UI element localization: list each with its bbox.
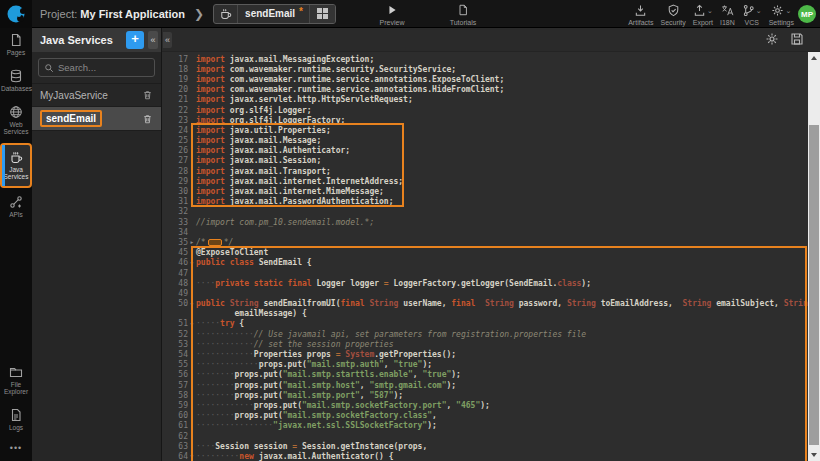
search-box[interactable] — [38, 58, 155, 77]
code-text: @ExposeToClient — [196, 248, 268, 257]
sidebar-item-apis[interactable]: APIs — [0, 190, 32, 224]
code-line[interactable]: 23import org.slf4j.LoggerFactory; — [162, 115, 808, 125]
code-line[interactable]: 30import javax.mail.internet.MimeMessage… — [162, 186, 808, 196]
code-line[interactable]: 18import com.wavemaker.runtime.security.… — [162, 64, 808, 74]
code-line[interactable]: 35▸/**/ — [162, 237, 808, 247]
code-line[interactable]: 34 — [162, 227, 808, 237]
preview-button[interactable]: Preview — [372, 4, 412, 26]
code-line[interactable]: 55·············props.put("mail.smtp.auth… — [162, 360, 808, 370]
fold-marker[interactable]: ▸ — [188, 239, 196, 245]
vcs-button[interactable]: ⌄ VCS — [742, 4, 762, 26]
fold-marker[interactable]: ▾ — [188, 260, 196, 266]
sidebar-item-web-services[interactable]: Web Services — [0, 100, 32, 141]
security-button[interactable]: Security — [661, 4, 686, 26]
sidebar-item-java-services[interactable]: Java Services — [0, 143, 32, 188]
code-line[interactable]: 20import com.wavemaker.runtime.service.a… — [162, 85, 808, 95]
code-text: ················"javax.net.ssl.SSLSocket… — [196, 421, 437, 430]
collapse-panel-tab[interactable]: « — [163, 32, 172, 48]
fold-marker[interactable]: ▾ — [188, 321, 196, 327]
code-token: //import com.pm_10.sendemail.model.*; — [196, 218, 374, 227]
sidebar-item-logs[interactable]: Logs — [0, 403, 32, 437]
shield-icon — [667, 4, 680, 17]
code-line[interactable]: 62 — [162, 431, 808, 441]
code-line[interactable]: 60········props.put("mail.smtp.socketFac… — [162, 411, 808, 421]
code-line[interactable]: 26import javax.mail.Authenticator; — [162, 146, 808, 156]
code-token: org.slf4j.LoggerFactory; — [230, 116, 346, 125]
service-item-myjavaservice[interactable]: MyJavaService — [32, 84, 161, 107]
code-line[interactable]: 45@ExposeToClient — [162, 248, 808, 258]
editor-settings-gear-icon[interactable] — [765, 32, 779, 46]
code-line[interactable]: 47 — [162, 268, 808, 278]
code-line[interactable]: 50▾public String sendEmailfromUI(final S… — [162, 299, 808, 309]
code-token: ············ — [196, 340, 254, 349]
scroll-down-button[interactable] — [808, 449, 820, 461]
folded-region-chip[interactable] — [208, 239, 222, 246]
code-text: ········props.put("mail.smtp.starttls.en… — [196, 370, 461, 379]
add-service-button[interactable]: + — [126, 31, 144, 49]
code-line[interactable]: 48····private static final Logger logger… — [162, 278, 808, 288]
code-line[interactable]: 52············// Use javamail api, set p… — [162, 329, 808, 339]
code-line[interactable]: 59············props.put("mail.smtp.socke… — [162, 400, 808, 410]
code-line[interactable]: 56········props.put("mail.smtp.starttls.… — [162, 370, 808, 380]
code-token: sendEmailfromUI( — [263, 299, 340, 308]
trash-icon[interactable] — [142, 113, 153, 125]
code-text: ·············props.put("mail.smtp.auth",… — [196, 360, 432, 369]
code-text: /**/ — [196, 238, 233, 247]
collapse-panel-button[interactable]: « — [148, 31, 158, 49]
editor-toolbar: « — [162, 28, 820, 52]
code-line[interactable]: 63····Session session = Session.getInsta… — [162, 441, 808, 451]
code-line[interactable]: 17import javax.mail.MessagingException; — [162, 54, 808, 64]
code-text: import javax.mail.internet.MimeMessage; — [196, 187, 384, 196]
sidebar-item-databases[interactable]: Databases — [0, 64, 32, 98]
tab-sendemail[interactable]: sendEmail * — [213, 4, 336, 24]
code-line[interactable]: 61················"javax.net.ssl.SSLSock… — [162, 421, 808, 431]
code-line[interactable]: 58········props.put("mail.smtp.port", "5… — [162, 390, 808, 400]
code-line[interactable]: 27import javax.mail.Session; — [162, 156, 808, 166]
editor-scrollbar[interactable] — [808, 52, 820, 461]
fold-marker[interactable]: ▾ — [188, 301, 196, 307]
code-line[interactable]: 25import javax.mail.Message; — [162, 136, 808, 146]
code-line[interactable]: 24import java.util.Properties; — [162, 125, 808, 135]
tab-grid-button[interactable] — [309, 5, 335, 23]
i18n-button[interactable]: I18N — [720, 4, 735, 26]
more-menu-button[interactable]: ••• — [0, 439, 32, 457]
code-line[interactable]: 53············// set the session propert… — [162, 339, 808, 349]
code-line[interactable]: 29import javax.mail.internet.InternetAdd… — [162, 176, 808, 186]
sidebar-item-pages[interactable]: Pages — [0, 28, 32, 62]
sidebar-item-file-explorer[interactable]: File Explorer — [0, 360, 32, 401]
tutorials-button[interactable]: Tutorials — [440, 4, 486, 26]
code-line[interactable]: 46▾public class SendEmail { — [162, 258, 808, 268]
user-avatar[interactable]: MP — [798, 5, 816, 23]
code-line[interactable]: 33//import com.pm_10.sendemail.model.*; — [162, 217, 808, 227]
fold-marker[interactable]: ▾ — [188, 453, 196, 459]
code-token: final — [341, 299, 370, 308]
code-line[interactable]: 49 — [162, 288, 808, 298]
service-item-sendemail[interactable]: sendEmail — [32, 107, 161, 131]
code-line[interactable]: 21import javax.servlet.http.HttpServletR… — [162, 95, 808, 105]
code-token: private static final — [215, 279, 316, 288]
scrollbar-thumb[interactable] — [809, 125, 819, 445]
code-line[interactable]: 31import javax.mail.PasswordAuthenticati… — [162, 197, 808, 207]
line-number: 46 — [162, 258, 188, 267]
code-line[interactable]: 22import org.slf4j.Logger; — [162, 105, 808, 115]
code-line[interactable]: 19import com.wavemaker.runtime.service.a… — [162, 74, 808, 84]
code-line[interactable]: 32 — [162, 207, 808, 217]
line-number: 17 — [162, 55, 188, 64]
scroll-up-button[interactable] — [808, 52, 820, 64]
search-input[interactable] — [58, 62, 149, 73]
code-text: import javax.mail.internet.InternetAddre… — [196, 177, 403, 186]
code-line[interactable]: 28import javax.mail.Transport; — [162, 166, 808, 176]
save-icon[interactable] — [790, 32, 804, 46]
trash-icon[interactable] — [142, 89, 153, 101]
artifacts-button[interactable]: Artifacts — [628, 4, 653, 26]
code-line[interactable]: emailMessage) { — [162, 309, 808, 319]
wavemaker-logo[interactable] — [0, 0, 32, 28]
code-line[interactable]: 64▾·········new javax.mail.Authenticator… — [162, 451, 808, 461]
export-button[interactable]: ⌄ Export — [693, 4, 713, 26]
code-line[interactable]: 54············Properties props = System.… — [162, 349, 808, 359]
code-line[interactable]: 57········props.put("mail.smtp.host", "s… — [162, 380, 808, 390]
settings-button[interactable]: ⌄ Settings — [769, 4, 794, 26]
code-token: props.put( — [235, 381, 283, 390]
code-editor[interactable]: 17import javax.mail.MessagingException;1… — [162, 52, 820, 461]
code-line[interactable]: 51▾·····try { — [162, 319, 808, 329]
